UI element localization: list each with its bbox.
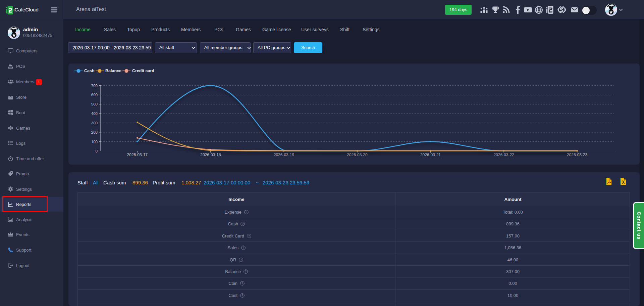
svg-text:2026-03-22: 2026-03-22	[493, 152, 514, 157]
svg-text:300: 300	[91, 121, 98, 125]
svg-text:?: ?	[246, 210, 247, 214]
svg-text:Balance: Balance	[105, 69, 121, 73]
svg-text:?: ?	[242, 222, 244, 226]
svg-text:?: ?	[241, 294, 243, 297]
svg-text:500: 500	[91, 102, 98, 106]
svg-text:2026-03-23: 2026-03-23	[567, 152, 588, 157]
svg-text:400: 400	[91, 112, 98, 116]
svg-text:2026-03-21: 2026-03-21	[420, 152, 441, 157]
svg-text:?: ?	[248, 234, 250, 237]
svg-text:2026-03-19: 2026-03-19	[274, 152, 294, 157]
svg-text:Cash: Cash	[84, 69, 95, 73]
svg-text:?: ?	[240, 258, 242, 261]
svg-text:?: ?	[243, 246, 244, 249]
svg-text:2026-03-18: 2026-03-18	[200, 152, 221, 157]
svg-text:200: 200	[91, 130, 98, 134]
svg-text:700: 700	[91, 84, 98, 88]
svg-text:Credit card: Credit card	[132, 69, 154, 73]
svg-text:2026-03-20: 2026-03-20	[347, 152, 368, 157]
svg-text:?: ?	[245, 270, 247, 273]
svg-text:0: 0	[96, 149, 98, 153]
svg-text:100: 100	[91, 140, 98, 144]
svg-text:600: 600	[91, 93, 98, 97]
svg-text:?: ?	[241, 282, 243, 285]
svg-text:2026-03-17: 2026-03-17	[127, 152, 148, 157]
